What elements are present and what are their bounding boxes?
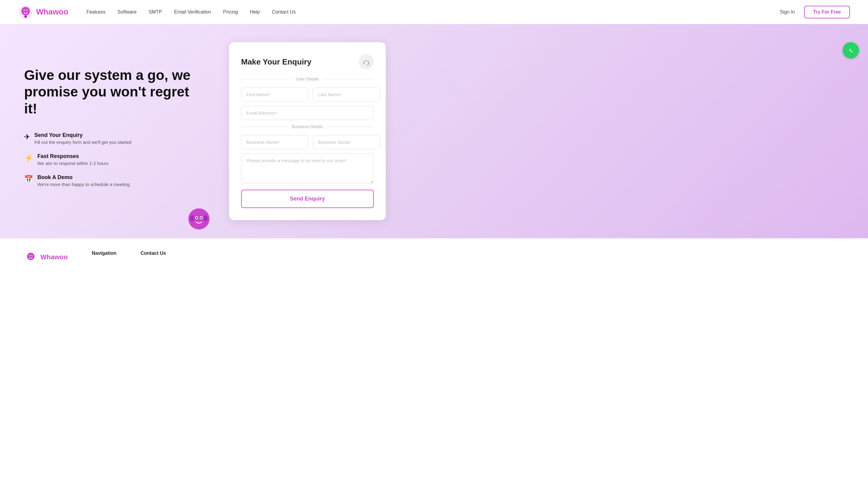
enquiry-form-card: Make Your Enquiry User Details [229, 42, 386, 220]
whatsapp-button[interactable] [843, 42, 859, 59]
nav-help[interactable]: Help [250, 9, 260, 14]
feature-fast-responses-title: Fast Responses [37, 153, 108, 159]
hero-title: Give our system a go, we promise you won… [24, 67, 205, 117]
first-name-input[interactable] [241, 87, 309, 101]
biz-divider-line-left [241, 127, 288, 127]
svg-point-15 [204, 215, 208, 221]
svg-point-13 [201, 217, 202, 218]
feature-enquiry-desc: Fill out the enquiry form and we'll get … [34, 140, 131, 145]
logo-text: Whawoo [36, 7, 68, 17]
svg-point-12 [196, 217, 197, 218]
nav-software[interactable]: Software [118, 9, 136, 14]
footer-nav-heading: Navigation [92, 250, 116, 256]
user-details-label: User Details [296, 77, 319, 82]
nav-links: Features Software SMTP Email Verificatio… [87, 9, 780, 15]
hero-left: Give our system a go, we promise you won… [24, 67, 205, 196]
email-input[interactable] [241, 106, 374, 120]
svg-point-4 [24, 10, 25, 10]
message-row [241, 153, 374, 185]
hero-section: Give our system a go, we promise you won… [0, 24, 868, 238]
footer-contact: Contact Us [141, 250, 166, 264]
business-row [241, 135, 374, 149]
footer-logo-text: Whawoo [40, 253, 67, 261]
svg-point-16 [362, 58, 370, 66]
nav-email-verification[interactable]: Email Verification [174, 9, 211, 14]
svg-point-5 [27, 10, 28, 10]
message-textarea[interactable] [241, 153, 374, 184]
headset-icon [359, 54, 374, 69]
svg-point-7 [27, 9, 30, 13]
nav-smtp[interactable]: SMTP [149, 9, 162, 14]
feature-fast-responses-desc: We aim to respond within 1-2 hours [37, 161, 108, 166]
svg-point-25 [32, 255, 33, 256]
navbar: Whawoo Features Software SMTP Email Veri… [0, 0, 868, 24]
try-free-button[interactable]: Try For Free [804, 6, 850, 19]
svg-point-20 [846, 46, 855, 55]
footer-logo: Whawoo [24, 250, 67, 264]
svg-rect-18 [368, 62, 369, 64]
last-name-input[interactable] [313, 87, 380, 101]
svg-rect-17 [363, 62, 364, 64]
business-details-divider: Business Details [241, 124, 374, 129]
mascot-corner [187, 207, 211, 232]
fast-responses-icon: ⚡ [24, 154, 33, 162]
send-enquiry-button[interactable]: Send Enquiry [241, 190, 374, 208]
nav-contact-us[interactable]: Contact Us [272, 9, 296, 14]
biz-divider-line-right [327, 127, 374, 127]
feature-book-demo: 📅 Book A Demo We're more than happy to s… [24, 174, 205, 187]
name-row [241, 87, 374, 101]
svg-point-14 [190, 215, 194, 221]
send-enquiry-icon: ✈ [24, 133, 30, 141]
user-details-divider: User Details [241, 77, 374, 82]
svg-point-24 [29, 255, 30, 256]
business-sector-input[interactable] [313, 135, 380, 149]
feature-book-demo-desc: We're more than happy to schedule a meet… [37, 182, 130, 187]
feature-fast-responses: ⚡ Fast Responses We aim to respond withi… [24, 153, 205, 166]
svg-point-6 [22, 9, 24, 13]
email-row [241, 106, 374, 120]
feature-enquiry: ✈ Send Your Enquiry Fill out the enquiry… [24, 132, 205, 145]
sign-in-link[interactable]: Sign In [780, 9, 795, 15]
form-title: Make Your Enquiry [241, 57, 311, 67]
svg-point-27 [32, 255, 34, 258]
svg-point-26 [27, 255, 29, 258]
feature-book-demo-title: Book A Demo [37, 174, 130, 181]
footer: Whawoo Navigation Contact Us [0, 238, 868, 276]
business-name-input[interactable] [241, 135, 309, 149]
divider-line-left [241, 79, 292, 79]
business-details-label: Business Details [292, 124, 323, 129]
nav-right: Sign In Try For Free [780, 6, 850, 19]
footer-contact-heading: Contact Us [141, 250, 166, 256]
nav-features[interactable]: Features [87, 9, 105, 14]
feature-enquiry-title: Send Your Enquiry [34, 132, 131, 139]
form-header: Make Your Enquiry [241, 54, 374, 69]
divider-line-right [322, 79, 374, 79]
footer-navigation: Navigation [92, 250, 116, 264]
logo[interactable]: Whawoo [18, 4, 68, 20]
logo-icon [18, 4, 33, 20]
nav-pricing[interactable]: Pricing [223, 9, 238, 14]
svg-rect-19 [367, 64, 368, 65]
footer-logo-icon [24, 250, 37, 264]
book-demo-icon: 📅 [24, 175, 33, 183]
